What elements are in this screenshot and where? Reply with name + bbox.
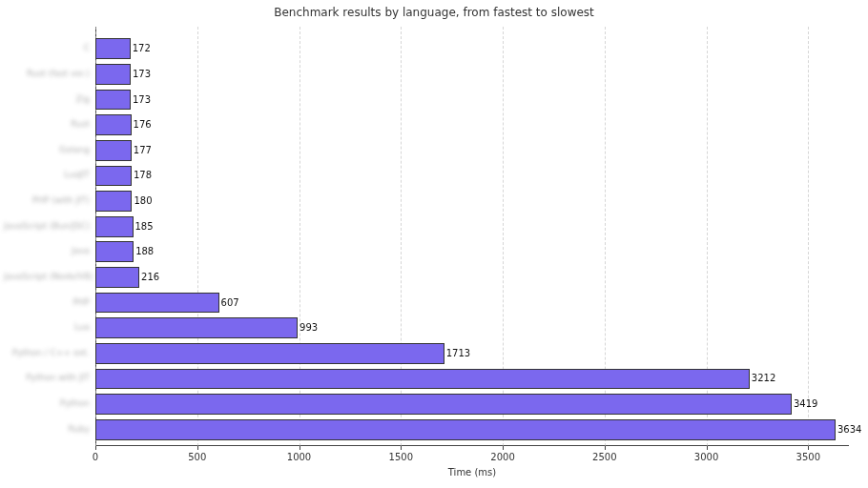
xtick-label: 1000 (287, 452, 311, 462)
bar-value-label: 173 (133, 69, 151, 79)
xtick-mark (95, 446, 96, 450)
category-label: Ruby (68, 425, 95, 435)
xtick-mark (503, 446, 504, 450)
bar-value-label: 3212 (752, 373, 775, 383)
xtick-mark (401, 446, 402, 450)
xtick-label: 500 (188, 452, 206, 462)
category-label: Zig (76, 95, 95, 105)
category-label: JavaScript (Node/V8) (4, 273, 95, 282)
bar-value-label: 176 (134, 119, 152, 130)
xtick-label: 2500 (592, 452, 616, 462)
bar-value-label: 188 (135, 246, 154, 256)
bar-value-label: 173 (133, 94, 151, 105)
bar-value-label: 216 (141, 272, 159, 282)
bar (95, 166, 132, 187)
bar-value-label: 1713 (446, 348, 470, 358)
category-label: JavaScript (Bun/JSC) (4, 222, 95, 232)
category-label: Python / C++ ext. (12, 349, 95, 358)
xtick-label: 2000 (490, 452, 514, 462)
category-label: PHP (with JIT) (32, 196, 95, 206)
bar (95, 216, 134, 237)
xtick-mark (808, 446, 809, 450)
category-label: Java (72, 247, 95, 256)
xtick-mark (707, 446, 708, 450)
xtick-mark (197, 446, 198, 450)
gridline (808, 27, 809, 446)
xtick-label: 3500 (796, 452, 820, 462)
bar (95, 293, 219, 314)
category-label: Lua (74, 323, 95, 333)
category-label: PHP (72, 298, 95, 308)
bar-value-label: 177 (134, 145, 152, 155)
bar (95, 140, 132, 161)
bar (95, 90, 131, 111)
xtick-label: 1500 (389, 452, 413, 462)
bar (95, 369, 750, 390)
bar-value-label: 993 (300, 322, 318, 333)
bar (95, 114, 132, 135)
bar (95, 419, 836, 440)
x-axis (95, 445, 849, 446)
bar (95, 38, 131, 59)
category-label: Rust (fast ver.) (27, 70, 95, 79)
bar (95, 267, 139, 288)
bar (95, 191, 132, 212)
bar-value-label: 607 (221, 297, 239, 308)
category-label: Python with JIT (26, 374, 95, 383)
bar (95, 64, 131, 85)
xtick-mark (300, 446, 300, 450)
plot-area: Time (ms) 050010001500200025003000350017… (95, 27, 849, 446)
xtick-label: 3000 (694, 452, 718, 462)
category-label: Rust (71, 120, 95, 130)
bar-value-label: 178 (134, 170, 152, 180)
bar (95, 241, 134, 262)
x-axis-label: Time (ms) (448, 467, 496, 478)
bar (95, 394, 792, 415)
benchmark-chart: Benchmark results by language, from fast… (0, 0, 868, 488)
category-label: Python (60, 399, 95, 409)
bar-value-label: 172 (133, 43, 151, 53)
bar-value-label: 180 (134, 195, 152, 206)
chart-title: Benchmark results by language, from fast… (0, 6, 868, 19)
bar-value-label: 3419 (794, 398, 817, 409)
bar (95, 317, 298, 338)
xtick-mark (605, 446, 606, 450)
category-label: C (84, 44, 95, 53)
bar-value-label: 3634 (837, 424, 861, 435)
bar (95, 343, 444, 364)
category-label: LuaJIT (64, 171, 95, 180)
bar-value-label: 185 (135, 221, 154, 232)
category-label: Golang (59, 146, 95, 155)
xtick-label: 0 (93, 452, 98, 462)
